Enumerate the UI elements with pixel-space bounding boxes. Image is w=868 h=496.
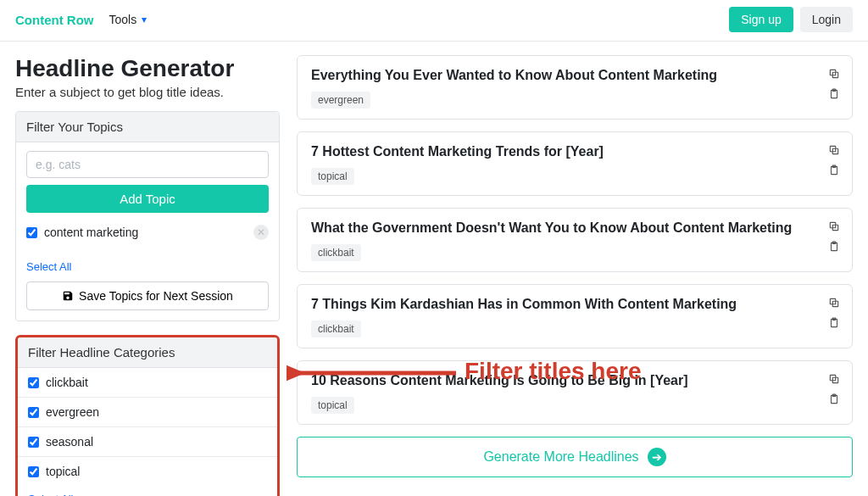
clipboard-icon[interactable] (828, 393, 840, 409)
clipboard-icon[interactable] (828, 164, 840, 180)
categories-panel-header: Filter Headline Categories (18, 337, 277, 368)
copy-icon[interactable] (828, 144, 840, 159)
card-actions (828, 220, 840, 256)
add-topic-button[interactable]: Add Topic (26, 185, 269, 213)
headline-title: 7 Things Kim Kardashian Has in Common Wi… (311, 297, 838, 312)
save-icon (62, 290, 74, 302)
brand-logo[interactable]: Content Row (15, 13, 93, 27)
headline-title: Everything You Ever Wanted to Know About… (311, 68, 838, 83)
page-title: Headline Generator (15, 55, 280, 82)
clipboard-icon[interactable] (828, 88, 840, 103)
copy-icon[interactable] (828, 373, 840, 388)
category-checkbox[interactable] (28, 466, 39, 477)
category-label: seasonal (46, 435, 93, 449)
category-label: topical (46, 465, 80, 478)
topic-input[interactable] (26, 151, 269, 178)
generate-more-button[interactable]: Generate More Headlines ➔ (297, 437, 853, 477)
save-topics-label: Save Topics for Next Session (79, 289, 233, 303)
card-actions (828, 144, 840, 180)
topic-label: content marketing (44, 226, 247, 239)
topics-select-all-link[interactable]: Select All (16, 254, 279, 281)
login-button[interactable]: Login (800, 7, 853, 32)
card-actions (828, 68, 840, 103)
copy-icon[interactable] (828, 68, 840, 83)
annotation-text: Filter titles here (465, 358, 642, 385)
annotation-arrow-icon (287, 356, 465, 398)
topics-panel-header: Filter Your Topics (16, 112, 279, 142)
headline-card: What the Government Doesn't Want You to … (297, 208, 853, 272)
copy-icon[interactable] (828, 297, 840, 312)
save-topics-button[interactable]: Save Topics for Next Session (26, 281, 269, 310)
main-content: Headline Generator Enter a subject to ge… (0, 42, 868, 496)
remove-topic-icon[interactable]: ✕ (253, 225, 269, 240)
category-item[interactable]: topical (18, 456, 277, 486)
left-column: Headline Generator Enter a subject to ge… (15, 55, 280, 496)
tools-label: Tools (108, 13, 136, 26)
copy-icon[interactable] (828, 220, 840, 236)
topic-checkbox[interactable] (26, 227, 37, 238)
chevron-down-icon: ▾ (142, 14, 147, 25)
header-right: Sign up Login (729, 7, 853, 32)
category-label: evergreen (46, 405, 99, 419)
categories-list: clickbait evergreen seasonal topical (18, 368, 277, 486)
category-checkbox[interactable] (28, 407, 39, 418)
header-left: Content Row Tools ▾ (15, 13, 147, 27)
clipboard-icon[interactable] (828, 241, 840, 256)
clipboard-icon[interactable] (828, 317, 840, 332)
card-actions (828, 373, 840, 409)
right-column: Everything You Ever Wanted to Know About… (297, 55, 853, 496)
headline-tag: topical (311, 397, 354, 414)
category-checkbox[interactable] (28, 437, 39, 448)
topics-panel-body: Add Topic content marketing ✕ (16, 142, 279, 254)
topic-chip: content marketing ✕ (26, 221, 269, 243)
headline-card: 7 Things Kim Kardashian Has in Common Wi… (297, 284, 853, 348)
headline-title: 7 Hottest Content Marketing Trends for [… (311, 144, 838, 159)
headline-title: What the Government Doesn't Want You to … (311, 220, 838, 236)
card-actions (828, 297, 840, 332)
headline-tag: topical (311, 168, 354, 185)
topics-panel: Filter Your Topics Add Topic content mar… (15, 111, 280, 321)
category-item[interactable]: clickbait (18, 368, 277, 397)
page-subtitle: Enter a subject to get blog title ideas. (15, 85, 280, 99)
category-label: clickbait (46, 376, 88, 389)
category-item[interactable]: seasonal (18, 426, 277, 456)
headline-card: 7 Hottest Content Marketing Trends for [… (297, 131, 853, 196)
headline-card: Everything You Ever Wanted to Know About… (297, 55, 853, 120)
category-checkbox[interactable] (28, 377, 39, 388)
headline-tag: evergreen (311, 92, 370, 109)
signup-button[interactable]: Sign up (729, 7, 793, 32)
categories-panel: Filter Headline Categories clickbait eve… (15, 335, 280, 496)
category-item[interactable]: evergreen (18, 397, 277, 426)
headline-tag: clickbait (311, 244, 361, 261)
headline-tag: clickbait (311, 320, 361, 337)
categories-select-all-link[interactable]: Select All (18, 486, 277, 496)
arrow-right-icon: ➔ (648, 448, 666, 466)
top-header: Content Row Tools ▾ Sign up Login (0, 0, 868, 42)
generate-more-label: Generate More Headlines (483, 449, 638, 465)
tools-menu[interactable]: Tools ▾ (108, 13, 147, 26)
